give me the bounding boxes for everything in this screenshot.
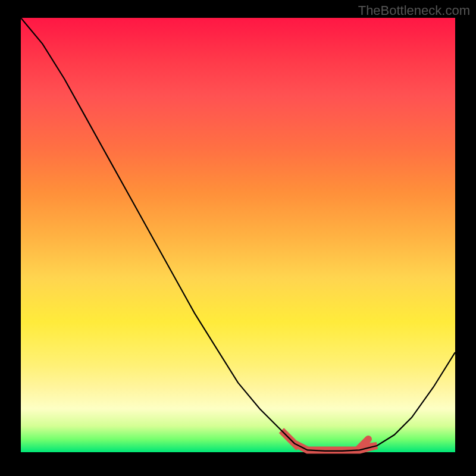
chart-plot-area	[21, 18, 455, 452]
chart-svg	[21, 18, 455, 452]
optimal-zone-highlight	[281, 431, 377, 450]
bottleneck-curve-line	[21, 18, 455, 451]
watermark-text: TheBottleneck.com	[358, 3, 470, 18]
